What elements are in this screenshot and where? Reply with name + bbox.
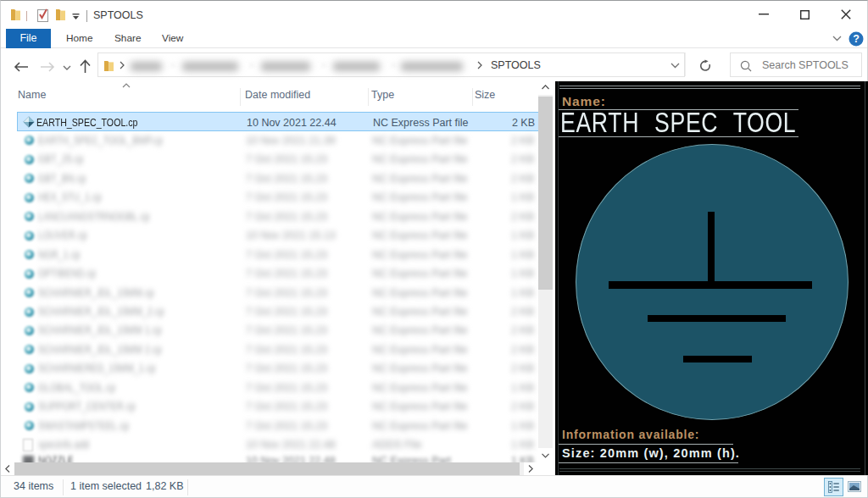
svg-text:?: ? (853, 33, 860, 45)
